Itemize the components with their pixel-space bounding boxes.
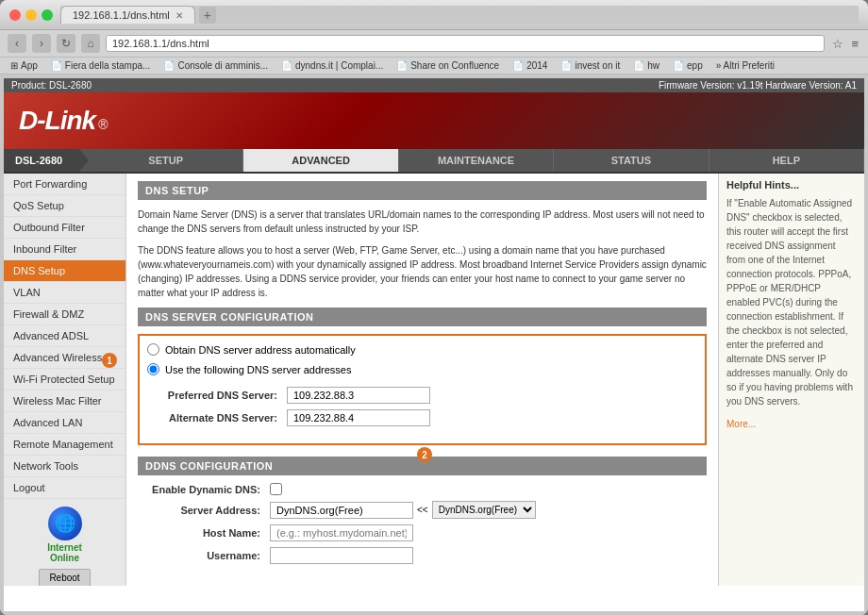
sidebar-item-dns[interactable]: DNS Setup [4, 260, 125, 282]
title-bar: 192.168.1.1/dns.html ✕ + [0, 0, 868, 30]
bookmark-dyndns-icon: 📄 [281, 60, 292, 71]
sidebar-item-outbound[interactable]: Outbound Filter [4, 217, 125, 239]
arrow-label: << [417, 505, 428, 515]
model-label: DSL-2680 [15, 155, 62, 166]
dns-fields: Preferred DNS Server: Alternate DNS Serv… [147, 383, 697, 436]
username-row: Username: [138, 547, 707, 564]
home-button[interactable]: ⌂ [81, 34, 100, 53]
tab-maintenance[interactable]: MAINTENANCE [399, 149, 554, 172]
sidebar-item-logout[interactable]: Logout [4, 477, 125, 499]
sidebar-item-firewall[interactable]: Firewall & DMZ [4, 304, 125, 325]
sidebar-item-mac-filter[interactable]: Wireless Mac Filter [4, 391, 125, 412]
main-content: DNS SETUP Domain Name Server (DNS) is a … [126, 174, 718, 586]
sidebar-item-qos[interactable]: QoS Setup [4, 195, 125, 217]
sidebar-item-remote[interactable]: Remote Management [4, 434, 125, 456]
tab-advanced[interactable]: ADVANCED [243, 149, 398, 172]
help-panel: Helpful Hints... If "Enable Automatic As… [718, 174, 864, 586]
host-name-input[interactable] [270, 524, 413, 541]
help-more-link[interactable]: More... [726, 419, 756, 429]
radio-auto-row: Obtain DNS server address automatically [147, 343, 697, 356]
sidebar-item-lan[interactable]: Advanced LAN [4, 412, 125, 434]
server-address-label: Server Address: [138, 505, 260, 516]
alternate-dns-label: Alternate DNS Server: [155, 412, 277, 424]
online-word: Online [47, 553, 82, 563]
bookmark-hw[interactable]: 📄 hw [630, 59, 662, 72]
tab-label: 192.168.1.1/dns.html [73, 9, 170, 21]
sidebar-item-tools[interactable]: Network Tools [4, 456, 125, 477]
radio-auto[interactable] [147, 343, 159, 356]
sidebar-item-vlan[interactable]: VLAN [4, 282, 125, 304]
router-frame: Product: DSL-2680 Firmware Version: v1.1… [0, 75, 868, 615]
nav-tabs: SETUP ADVANCED MAINTENANCE STATUS HELP [89, 149, 864, 172]
annotation-marker-1: 1 [102, 353, 117, 368]
radio-manual[interactable] [147, 363, 159, 375]
bookmark-console[interactable]: 📄 Console di amminis... [160, 59, 271, 72]
bookmark-2014-label: 2014 [526, 60, 547, 71]
address-input[interactable] [106, 35, 825, 52]
model-badge-arrow [79, 149, 89, 172]
reboot-button[interactable]: Reboot [39, 569, 90, 586]
server-address-select[interactable]: DynDNS.org(Free) [432, 501, 536, 519]
forward-button[interactable]: › [32, 34, 51, 53]
dns-config-box: Obtain DNS server address automatically … [138, 334, 707, 445]
sidebar-item-inbound[interactable]: Inbound Filter [4, 239, 125, 260]
bookmark-confluence[interactable]: 📄 Share on Confluence [393, 59, 502, 72]
tab-help[interactable]: HELP [709, 149, 864, 172]
bookmark-fiera[interactable]: 📄 Fiera della stampa... [48, 59, 154, 72]
maximize-button[interactable] [42, 9, 53, 21]
router-header-bar: Product: DSL-2680 Firmware Version: v1.1… [4, 78, 864, 92]
bookmark-invest-label: invest on it [575, 60, 620, 71]
dns-setup-header: DNS SETUP [138, 181, 707, 200]
back-button[interactable]: ‹ [8, 34, 26, 53]
bookmark-epp-label: epp [687, 60, 703, 71]
bookmark-apps[interactable]: ⊞ App [8, 59, 41, 72]
sidebar-bottom: 🌐 Internet Online Reboot [4, 499, 125, 586]
dns-intro-p2: The DDNS feature allows you to host a se… [138, 243, 707, 300]
bookmark-dyndns[interactable]: 📄 dyndns.it | Complai... [278, 59, 386, 72]
preferred-dns-label: Preferred DNS Server: [155, 390, 277, 401]
tab-close-icon[interactable]: ✕ [175, 10, 183, 21]
dns-config-header: DNS SERVER CONFIGURATION [138, 308, 707, 326]
active-tab[interactable]: 192.168.1.1/dns.html ✕ [60, 6, 195, 24]
username-input[interactable] [270, 547, 413, 564]
toolbar-icons: ☆ ≡ [830, 35, 860, 53]
bookmark-altri-label: » Altri Preferiti [716, 60, 775, 71]
internet-word: Internet [47, 542, 82, 553]
model-badge: DSL-2680 [4, 149, 79, 172]
menu-icon[interactable]: ≡ [849, 35, 860, 53]
preferred-dns-input[interactable] [287, 387, 430, 404]
tab-status[interactable]: STATUS [554, 149, 709, 172]
bookmark-confluence-icon: 📄 [396, 60, 408, 71]
browser-window: 192.168.1.1/dns.html ✕ + ‹ › ↻ ⌂ ☆ ≡ ⊞ A… [0, 0, 868, 615]
bookmark-altri[interactable]: » Altri Preferiti [713, 59, 777, 72]
bookmark-2014[interactable]: 📄 2014 [509, 59, 550, 72]
bookmark-fiera-label: Fiera della stampa... [65, 60, 151, 71]
minimize-button[interactable] [25, 9, 37, 21]
traffic-lights [9, 9, 53, 21]
annotation-marker-2: 2 [417, 447, 432, 462]
bookmark-hw-icon: 📄 [633, 60, 644, 71]
new-tab-button[interactable]: + [199, 7, 216, 24]
reload-button[interactable]: ↻ [57, 34, 75, 53]
sidebar-item-port-forwarding[interactable]: Port Forwarding [4, 174, 125, 195]
bookmark-star-icon[interactable]: ☆ [830, 35, 845, 53]
enable-ddns-row: Enable Dynamic DNS: [138, 483, 707, 495]
close-button[interactable] [9, 9, 21, 21]
bookmark-hw-label: hw [647, 60, 659, 71]
bookmark-console-icon: 📄 [163, 60, 175, 71]
internet-label: Internet Online [47, 542, 82, 563]
sidebar-item-adsl[interactable]: Advanced ADSL [4, 325, 125, 347]
bookmark-fiera-icon: 📄 [51, 60, 62, 71]
server-address-input[interactable] [270, 502, 413, 519]
tab-setup[interactable]: SETUP [89, 149, 243, 172]
alternate-dns-input[interactable] [287, 409, 430, 426]
dlink-logo: D-Link® [19, 106, 107, 136]
bookmark-dyndns-label: dyndns.it | Complai... [295, 60, 383, 71]
sidebar-item-wps[interactable]: Wi-Fi Protected Setup [4, 369, 125, 391]
bookmark-epp[interactable]: 📄 epp [670, 59, 706, 72]
bookmark-invest[interactable]: 📄 invest on it [558, 59, 623, 72]
server-address-row: Server Address: << DynDNS.org(Free) [138, 501, 707, 519]
enable-ddns-checkbox[interactable] [270, 483, 282, 495]
preferred-dns-row: Preferred DNS Server: [155, 387, 690, 404]
help-text: If "Enable Automatic Assigned DNS" check… [726, 196, 857, 408]
